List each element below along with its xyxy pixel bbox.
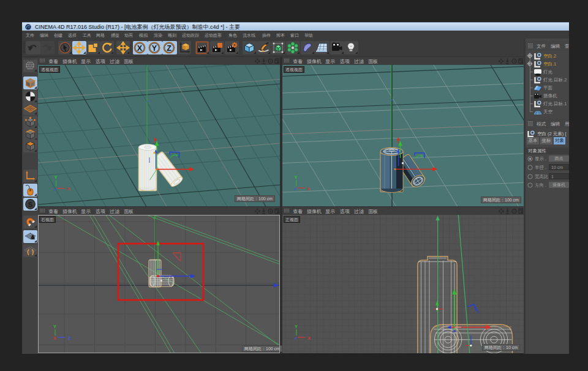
svg-text:Y: Y bbox=[295, 174, 298, 180]
svg-text:S: S bbox=[28, 201, 32, 208]
svg-text:X: X bbox=[307, 186, 311, 192]
svg-text:Z: Z bbox=[68, 335, 71, 341]
svg-text:Y: Y bbox=[295, 324, 298, 329]
svg-text:X: X bbox=[137, 44, 143, 53]
svg-text:Y: Y bbox=[55, 174, 58, 180]
svg-text:Y: Y bbox=[152, 44, 157, 53]
svg-text:X: X bbox=[53, 335, 56, 341]
svg-text:X: X bbox=[307, 335, 311, 341]
svg-text:Z: Z bbox=[167, 44, 172, 53]
svg-text:X: X bbox=[67, 186, 70, 192]
svg-text:Y: Y bbox=[53, 324, 56, 329]
